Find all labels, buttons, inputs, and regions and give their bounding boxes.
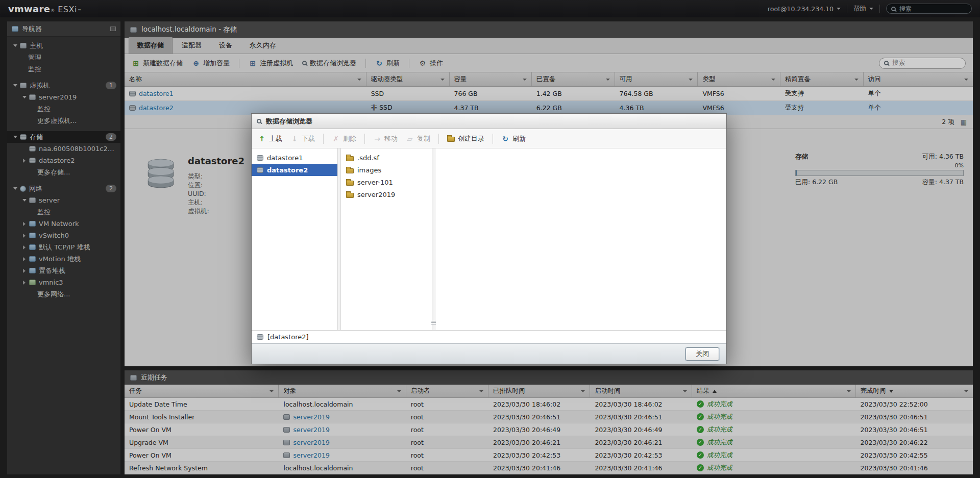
disk-icon xyxy=(257,334,263,340)
dialog-toolbar-label: 刷新 xyxy=(512,134,526,143)
dialog-toolbar-copy: ▱复制 xyxy=(406,134,430,143)
dialog-toolbar-label: 下载 xyxy=(302,134,315,143)
toolbar-separator xyxy=(323,134,324,144)
upload-icon: ↑ xyxy=(258,135,266,142)
folder-name: images xyxy=(357,166,381,174)
folder-icon xyxy=(346,193,354,198)
dialog-footer: 关闭 xyxy=(252,343,726,364)
current-path-label: [datastore2] xyxy=(267,333,309,341)
dialog-title-bar[interactable]: 数据存储浏览器 xyxy=(252,114,726,129)
dialog-toolbar-label: 移动 xyxy=(384,134,398,143)
folder-name: .sdd.sf xyxy=(357,154,379,162)
dialog-folder-.sdd.sf[interactable]: .sdd.sf xyxy=(341,152,432,164)
download-icon: ↓ xyxy=(290,135,299,142)
folder-icon xyxy=(346,156,354,161)
file-browser-columns: datastore1datastore2 .sdd.sfimagesserver… xyxy=(252,148,726,330)
dialog-toolbar: ↑上载↓下载✗删除→移动▱复制创建目录↻刷新 xyxy=(252,129,726,148)
file-list-column xyxy=(435,148,726,330)
dialog-status-bar: [datastore2] xyxy=(252,330,726,343)
toolbar-separator xyxy=(493,134,493,144)
dialog-toolbar-upload[interactable]: ↑上载 xyxy=(258,134,282,143)
copy-icon: ▱ xyxy=(406,135,414,142)
delete-icon: ✗ xyxy=(332,135,340,142)
datastore-name: datastore2 xyxy=(267,166,308,174)
dialog-folder-server2019[interactable]: server2019 xyxy=(341,188,432,200)
dialog-title: 数据存储浏览器 xyxy=(266,117,312,126)
dialog-toolbar-label: 创建目录 xyxy=(458,134,484,143)
folder-icon xyxy=(346,181,354,186)
move-icon: → xyxy=(373,135,381,142)
create-directory-icon xyxy=(447,137,455,142)
datastore-name: datastore1 xyxy=(267,154,303,162)
dialog-datastore-datastore1[interactable]: datastore1 xyxy=(252,152,337,164)
refresh-icon: ↻ xyxy=(501,135,509,142)
disk-icon xyxy=(257,167,263,173)
datastore-list-column: datastore1datastore2 xyxy=(252,148,337,330)
toolbar-separator xyxy=(438,134,439,144)
dialog-toolbar-label: 复制 xyxy=(417,134,430,143)
dialog-datastore-datastore2[interactable]: datastore2 xyxy=(252,164,337,176)
disk-icon xyxy=(257,155,263,161)
dialog-toolbar-label: 删除 xyxy=(343,134,356,143)
folder-name: server2019 xyxy=(357,191,395,198)
datastore-browser-dialog: 数据存储浏览器 ↑上载↓下载✗删除→移动▱复制创建目录↻刷新 datastore… xyxy=(251,113,727,364)
esxi-host-client: vmware® ESXi™ root@10.234.234.10 帮助 搜索 导… xyxy=(0,0,980,478)
dialog-folder-server-101[interactable]: server-101 xyxy=(341,176,432,188)
toolbar-separator xyxy=(364,134,365,144)
dialog-toolbar-download: ↓下载 xyxy=(290,134,315,143)
close-button[interactable]: 关闭 xyxy=(685,347,719,361)
dialog-toolbar-label: 上载 xyxy=(269,134,282,143)
folder-name: server-101 xyxy=(357,179,393,186)
column-splitter[interactable] xyxy=(432,148,435,330)
dialog-toolbar-refresh[interactable]: ↻刷新 xyxy=(501,134,526,143)
datastore-browser-icon xyxy=(257,119,261,123)
column-splitter[interactable] xyxy=(337,148,341,330)
dialog-folder-images[interactable]: images xyxy=(341,164,432,176)
folder-list-column: .sdd.sfimagesserver-101server2019 xyxy=(341,148,432,330)
dialog-toolbar-create-directory[interactable]: 创建目录 xyxy=(447,134,484,143)
dialog-toolbar-move: →移动 xyxy=(373,134,398,143)
dialog-toolbar-delete: ✗删除 xyxy=(332,134,356,143)
folder-icon xyxy=(346,168,354,173)
splitter-grip-icon[interactable] xyxy=(431,321,436,325)
